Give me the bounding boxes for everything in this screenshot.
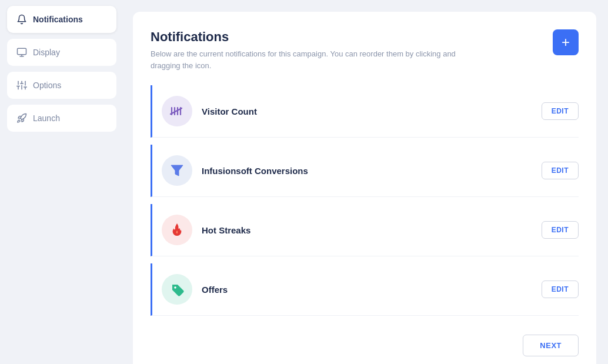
offers-icon [162, 274, 192, 305]
fire-icon [169, 222, 185, 238]
bell-icon [16, 14, 27, 25]
sidebar-item-label: Launch [33, 113, 60, 123]
sidebar-item-display[interactable]: Display [7, 39, 116, 66]
tag-icon [169, 282, 185, 297]
notification-label: Hot Streaks [202, 225, 532, 235]
infusionsoft-icon [162, 155, 192, 186]
svg-marker-17 [171, 165, 183, 176]
sidebar-item-label: Notifications [33, 15, 83, 24]
page-header: Notifications Below are the current noti… [151, 29, 579, 71]
sidebar-item-label: Display [33, 48, 60, 57]
notification-row: Infusionsoft Conversions EDIT [151, 145, 579, 197]
sliders-icon [16, 80, 27, 91]
next-button[interactable]: NEXT [523, 335, 579, 356]
edit-offers-button[interactable]: EDIT [542, 280, 579, 298]
notification-label: Offers [202, 285, 532, 295]
notification-label: Visitor Count [202, 106, 532, 116]
footer-actions: NEXT [151, 335, 579, 356]
visitor-count-icon [162, 96, 192, 126]
tally-icon [169, 103, 185, 119]
content-card: Notifications Below are the current noti… [133, 12, 596, 364]
notification-row: Visitor Count EDIT [151, 85, 579, 138]
header-text: Notifications Below are the current noti… [151, 29, 456, 71]
notification-row: Hot Streaks EDIT [151, 204, 579, 256]
hotstreak-icon [162, 215, 192, 245]
add-notification-button[interactable]: + [553, 29, 579, 55]
sidebar-item-notifications[interactable]: Notifications [7, 6, 116, 33]
sidebar: Notifications Display Options [0, 0, 123, 364]
edit-hot-streaks-button[interactable]: EDIT [542, 221, 579, 239]
sidebar-item-launch[interactable]: Launch [7, 105, 116, 132]
funnel-icon [169, 162, 185, 179]
sidebar-item-label: Options [33, 81, 61, 90]
notifications-list: Visitor Count EDIT Infusionsoft Conversi… [151, 85, 579, 323]
notification-label: Infusionsoft Conversions [202, 166, 532, 176]
edit-infusionsoft-button[interactable]: EDIT [542, 162, 579, 179]
notification-row: Offers EDIT [151, 263, 579, 316]
svg-point-18 [174, 286, 176, 289]
svg-rect-0 [18, 48, 26, 55]
monitor-icon [16, 47, 27, 58]
page-title: Notifications [151, 29, 456, 45]
main-content: Notifications Below are the current noti… [123, 0, 608, 364]
rocket-icon [16, 113, 27, 123]
sidebar-item-options[interactable]: Options [7, 72, 116, 99]
edit-visitor-count-button[interactable]: EDIT [542, 102, 579, 120]
page-description: Below are the current notifications for … [151, 48, 456, 71]
